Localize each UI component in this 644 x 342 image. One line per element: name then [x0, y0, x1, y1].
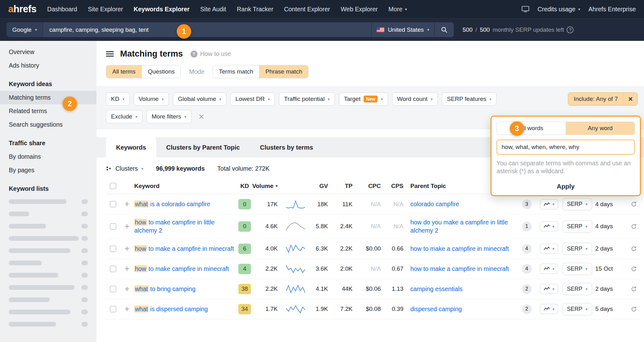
sidebar-item-keyword-list-redacted[interactable]: [0, 269, 97, 281]
keyword-link[interactable]: what is dispersed camping: [134, 305, 208, 313]
position-history-button[interactable]: ▾: [540, 199, 558, 209]
credits-usage-menu[interactable]: Credits usage ▾: [537, 6, 580, 13]
refresh-icon[interactable]: [631, 223, 637, 229]
col-header-volume[interactable]: Volume▾: [254, 183, 283, 190]
sidebar-item-keyword-list-redacted[interactable]: [0, 220, 97, 232]
row-checkbox[interactable]: [110, 223, 116, 230]
parent-topic-link[interactable]: how to make a campfire in minecraft: [410, 265, 509, 273]
apply-button[interactable]: Apply: [497, 180, 635, 193]
position-history-button[interactable]: ▾: [540, 284, 558, 294]
tab-clusters-by-terms[interactable]: Clusters by terms: [250, 137, 323, 157]
terms-match-tab[interactable]: Terms match: [213, 65, 259, 78]
traffic-potential-filter[interactable]: Traffic potential▾: [279, 92, 335, 106]
include-filter[interactable]: Include: Any of 7 ×: [568, 92, 638, 106]
sidebar-item-related-terms[interactable]: Related terms: [0, 104, 97, 118]
questions-tab[interactable]: Questions: [142, 65, 181, 78]
col-header-keyword[interactable]: Keyword: [134, 183, 235, 190]
col-header-cpc[interactable]: CPC: [358, 183, 386, 190]
nav-rank-tracker[interactable]: Rank Tracker: [237, 6, 273, 13]
add-to-list-button[interactable]: +: [120, 245, 134, 253]
sidebar-item-keyword-list-redacted[interactable]: [0, 232, 97, 245]
nav-site-explorer[interactable]: Site Explorer: [88, 6, 123, 13]
position-history-button[interactable]: ▾: [540, 244, 558, 254]
country-select[interactable]: United States ▾: [371, 22, 434, 37]
sidebar-item-keyword-list-redacted[interactable]: [0, 306, 97, 318]
volume-filter[interactable]: Volume▾: [134, 92, 169, 106]
help-icon[interactable]: ?: [567, 26, 574, 33]
refresh-icon[interactable]: [631, 306, 637, 312]
parent-topic-link[interactable]: dispersed camping: [410, 305, 462, 313]
nav-web-explorer[interactable]: Web Explorer: [341, 6, 378, 13]
row-checkbox[interactable]: [110, 306, 116, 312]
word-count-filter[interactable]: Word count▾: [392, 92, 438, 106]
ahrefs-logo[interactable]: ahrefs: [8, 3, 36, 15]
how-to-use-link[interactable]: ? How to use: [191, 50, 231, 58]
keyword-link[interactable]: how to make campfire in little alchemy 2: [134, 218, 235, 235]
clear-filters-icon[interactable]: ×: [199, 112, 204, 121]
tab-keywords[interactable]: Keywords: [106, 137, 156, 157]
serp-button[interactable]: SERP ▾: [563, 243, 592, 255]
exclude-filter[interactable]: Exclude▾: [106, 110, 142, 123]
enterprise-link[interactable]: Ahrefs Enterprise: [588, 6, 636, 13]
keyword-link[interactable]: how to make a campfire in minecraft: [134, 245, 234, 253]
parent-topic-link[interactable]: how do you make a campfire in little alc…: [410, 218, 512, 235]
kd-filter[interactable]: KD▾: [106, 92, 130, 106]
refresh-icon[interactable]: [631, 246, 637, 252]
keyword-link[interactable]: what to bring camping: [134, 285, 196, 293]
sidebar-item-by-domains[interactable]: By domains: [0, 150, 97, 163]
parent-topic-link[interactable]: how to make a campfire in minecraft: [410, 245, 509, 253]
refresh-icon[interactable]: [631, 201, 637, 207]
sidebar-item-keyword-list-redacted[interactable]: [0, 281, 97, 294]
lowest-dr-filter[interactable]: Lowest DR▾: [230, 92, 275, 106]
all-terms-tab[interactable]: All terms: [106, 65, 142, 78]
target-filter[interactable]: TargetNew▾: [339, 92, 388, 106]
sidebar-item-keyword-list-redacted[interactable]: [0, 257, 97, 269]
sidebar-item-matching-terms[interactable]: Matching terms: [0, 91, 97, 104]
nav-keywords-explorer[interactable]: Keywords Explorer: [134, 6, 190, 13]
add-to-list-button[interactable]: +: [120, 305, 134, 313]
sidebar-item-ads-history[interactable]: Ads history: [0, 59, 97, 72]
more-filters[interactable]: More filters▾: [147, 110, 192, 123]
serp-button[interactable]: SERP ▾: [563, 220, 592, 233]
row-checkbox[interactable]: [110, 201, 116, 207]
serp-button[interactable]: SERP ▾: [563, 263, 592, 275]
sidebar-item-keyword-list-redacted[interactable]: [0, 318, 97, 330]
position-history-button[interactable]: ▾: [540, 221, 558, 231]
refresh-icon[interactable]: [631, 286, 637, 292]
sidebar-item-keyword-list-redacted[interactable]: [0, 208, 97, 220]
search-engine-select[interactable]: Google ▾: [7, 22, 43, 37]
close-icon[interactable]: ×: [623, 93, 637, 105]
add-to-list-button[interactable]: +: [120, 265, 134, 273]
sidebar-item-search-suggestions[interactable]: Search suggestions: [0, 118, 97, 131]
add-to-list-button[interactable]: +: [120, 200, 134, 208]
search-input[interactable]: campfire, camping, sleeping bag, tent: [43, 22, 372, 37]
serp-button[interactable]: SERP ▾: [563, 303, 592, 315]
col-header-kd[interactable]: KD: [235, 183, 254, 190]
nav-dashboard[interactable]: Dashboard: [47, 6, 77, 13]
col-header-tp[interactable]: TP: [334, 183, 358, 190]
position-history-button[interactable]: ▾: [540, 304, 558, 314]
monitor-icon[interactable]: [522, 6, 529, 12]
col-header-cps[interactable]: CPS: [386, 183, 409, 190]
refresh-icon[interactable]: [631, 266, 637, 272]
select-all-checkbox[interactable]: [110, 183, 116, 189]
row-checkbox[interactable]: [110, 245, 116, 252]
serp-features-filter[interactable]: SERP features▾: [442, 92, 497, 106]
sidebar-item-keyword-list-redacted[interactable]: [0, 196, 97, 208]
row-checkbox[interactable]: [110, 266, 116, 272]
tab-clusters-by-parent-topic[interactable]: Clusters by Parent Topic: [156, 137, 250, 157]
nav-site-audit[interactable]: Site Audit: [200, 6, 226, 13]
sidebar-item-keyword-list-redacted[interactable]: [0, 294, 97, 306]
sidebar-item-overview[interactable]: Overview: [0, 45, 97, 59]
all-words-tab[interactable]: All words: [497, 122, 566, 135]
include-terms-input[interactable]: [497, 140, 635, 155]
search-button[interactable]: [434, 22, 454, 37]
serp-button[interactable]: SERP ▾: [563, 198, 592, 210]
sidebar-item-by-pages[interactable]: By pages: [0, 163, 97, 177]
position-history-button[interactable]: ▾: [540, 264, 558, 274]
col-header-gv[interactable]: GV: [308, 183, 334, 190]
nav-content-explorer[interactable]: Content Explorer: [284, 6, 330, 13]
keyword-link[interactable]: how to make campfire in minecraft: [134, 265, 229, 273]
global-volume-filter[interactable]: Global volume▾: [173, 92, 226, 106]
phrase-match-tab[interactable]: Phrase match: [259, 65, 308, 78]
